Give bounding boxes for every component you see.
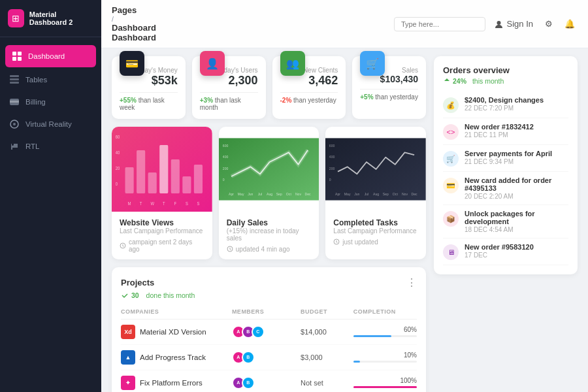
col-completion: COMPLETION: [353, 308, 417, 315]
svg-rect-23: [194, 165, 203, 193]
projects-title: Projects: [121, 278, 154, 287]
col-budget: BUDGET: [301, 308, 348, 315]
order-item: 🖥 New order #9583120 17 DEC: [443, 238, 568, 265]
sales-icon: 🛒: [360, 51, 385, 76]
sidebar-item-billing[interactable]: Billing: [0, 91, 101, 113]
order-icon: 📦: [443, 211, 459, 227]
order-date: 18 DEC 4:54 AM: [465, 226, 568, 233]
clients-value: 3,462: [280, 74, 338, 88]
sidebar: ⊞ Material Dashboard 2 Dashboard Tables …: [0, 0, 101, 392]
svg-text:40: 40: [116, 150, 120, 155]
content-area: 💳 Today's Money $53k +55% than lask week…: [101, 48, 588, 392]
topbar: Pages / Dashboard Dashboard Sign In ⚙ 🔔: [101, 0, 588, 48]
stat-card-clients: 👥 New Clients 3,462 -2% than yesterday: [272, 56, 346, 119]
svg-text:0: 0: [116, 181, 118, 186]
order-items: 💰 $2400, Design changes 22 DEC 7:20 PM <…: [443, 91, 568, 265]
svg-text:Jul: Jul: [257, 192, 262, 196]
billing-icon: [9, 97, 20, 107]
company-cell: ▲ Add Progress Track: [121, 350, 227, 365]
sales-change: +5% than yesterday: [360, 89, 418, 101]
sidebar-item-dashboard[interactable]: Dashboard: [5, 45, 96, 67]
svg-rect-8: [10, 101, 19, 103]
notifications-button[interactable]: 🔔: [562, 18, 578, 30]
orders-title: Orders overview: [443, 65, 568, 75]
chart-info-tasks: Completed Tasks Last Campaign Performanc…: [325, 212, 426, 252]
svg-rect-1: [18, 52, 22, 56]
chart-subtitle-tasks: Last Campaign Performance: [333, 227, 418, 235]
sidebar-item-vr[interactable]: Virtual Reality: [0, 113, 101, 135]
sidebar-item-rtl[interactable]: RTL: [0, 135, 101, 157]
svg-text:Sep: Sep: [276, 192, 282, 196]
sidebar-item-tables[interactable]: Tables: [0, 69, 101, 91]
progress-bar-fill: [353, 335, 391, 337]
svg-text:S: S: [197, 201, 199, 206]
svg-text:20: 20: [116, 165, 120, 171]
rtl-icon: [9, 141, 20, 152]
signin-button[interactable]: Sign In: [492, 18, 536, 30]
svg-text:S: S: [186, 201, 188, 206]
members-avatars: ABC: [232, 325, 295, 338]
svg-rect-5: [10, 78, 19, 80]
brand-name: Material Dashboard 2: [29, 10, 93, 26]
progress-bar-fill: [353, 386, 417, 388]
search-input[interactable]: [394, 17, 485, 31]
svg-rect-20: [159, 145, 168, 193]
line-chart-visual: 600 400 200 0 Apr May Jun Jul Aug Sep: [219, 127, 319, 212]
svg-text:Dec: Dec: [412, 192, 418, 196]
orders-card: Orders overview 24% this month 💰 $2400, …: [434, 56, 578, 274]
projects-menu-button[interactable]: ⋮: [406, 276, 417, 289]
order-item: 🛒 Server payments for April 21 DEC 9:34 …: [443, 145, 568, 172]
company-badge: ▲: [121, 350, 135, 365]
order-title: New order #1832412: [465, 123, 568, 131]
topbar-right: Sign In ⚙ 🔔: [394, 17, 578, 31]
order-date: 21 DEC 9:34 PM: [465, 158, 568, 165]
company-name: Fix Platform Errors: [140, 379, 203, 387]
table-row: Xd Material XD Version ABC $14,000 60%: [121, 319, 417, 345]
company-badge: ✦: [121, 376, 135, 390]
table-row: ✦ Fix Platform Errors AB Not set 100%: [121, 370, 417, 392]
users-value: 2,300: [200, 74, 258, 88]
svg-text:F: F: [174, 201, 177, 206]
svg-rect-17: [125, 167, 133, 193]
svg-rect-19: [148, 172, 157, 193]
order-details: New card added for order #4395133 20 DEC…: [465, 176, 568, 200]
svg-text:T: T: [163, 201, 165, 206]
progress-pct: 10%: [353, 351, 417, 359]
charts-row: 60 40 20 0: [112, 127, 426, 259]
progress-bar-bg: [353, 386, 417, 388]
order-item: 💰 $2400, Design changes 22 DEC 7:20 PM: [443, 91, 568, 118]
settings-button[interactable]: ⚙: [542, 18, 555, 30]
svg-point-11: [497, 21, 500, 25]
stat-card-users: 👤 Today's Users 2,300 +3% than lask mont…: [192, 56, 266, 119]
money-icon: 💳: [120, 51, 144, 76]
svg-text:Jul: Jul: [365, 192, 369, 196]
svg-text:Aug: Aug: [267, 192, 272, 196]
sidebar-item-label: Dashboard: [28, 52, 65, 60]
sidebar-item-label: Virtual Reality: [25, 120, 72, 128]
table-header: COMPANIES MEMBERS BUDGET COMPLETION: [121, 306, 417, 319]
svg-text:Nov: Nov: [402, 192, 408, 196]
order-title: Server payments for April: [465, 150, 568, 157]
tables-icon: [9, 74, 20, 85]
sidebar-item-label: RTL: [25, 142, 40, 150]
order-icon: 💳: [443, 178, 459, 193]
svg-rect-18: [137, 150, 145, 193]
clients-icon: 👥: [280, 51, 305, 76]
svg-text:Aug: Aug: [373, 192, 379, 196]
members-avatars: AB: [232, 376, 295, 389]
chart-website-views: 60 40 20 0: [112, 127, 212, 259]
svg-text:Apr: Apr: [229, 192, 234, 196]
budget-cell: Not set: [301, 379, 348, 387]
content-main: 💳 Today's Money $53k +55% than lask week…: [112, 56, 426, 384]
project-rows: Xd Material XD Version ABC $14,000 60% ▲…: [121, 319, 417, 392]
order-date: 21 DEC 11 PM: [465, 131, 568, 139]
company-cell: Xd Material XD Version: [121, 325, 227, 339]
svg-text:60: 60: [116, 134, 120, 139]
projects-done: 30 done this month: [121, 291, 417, 299]
main-content: Pages / Dashboard Dashboard Sign In ⚙ 🔔 …: [101, 0, 588, 392]
svg-text:May: May: [344, 192, 351, 196]
svg-text:200: 200: [329, 166, 335, 170]
order-title: New card added for order #4395133: [465, 176, 568, 192]
chart-footer-tasks: just updated: [333, 238, 418, 246]
order-title: New order #9583120: [465, 243, 568, 251]
